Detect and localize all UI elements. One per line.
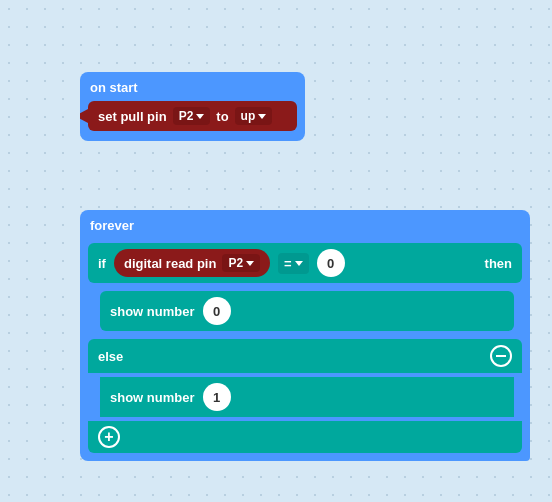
direction-dropdown[interactable]: up — [235, 107, 273, 125]
forever-block: forever if digital read pin P2 = 0 then — [80, 210, 530, 461]
else-label: else — [98, 349, 123, 364]
forever-header: forever — [80, 210, 530, 239]
show-number-2-block: show number 1 — [100, 377, 514, 417]
pin-dropdown-arrow — [196, 114, 204, 119]
then-label: then — [485, 256, 512, 271]
show-number-2-value: 1 — [213, 390, 220, 405]
remove-else-button[interactable] — [490, 345, 512, 367]
show-number-2-value-circle[interactable]: 1 — [203, 383, 231, 411]
pin-dropdown[interactable]: P2 — [173, 107, 211, 125]
digital-read-block[interactable]: digital read pin P2 — [114, 249, 270, 277]
comparison-value[interactable]: 0 — [317, 249, 345, 277]
direction-dropdown-arrow — [258, 114, 266, 119]
to-label: to — [216, 109, 228, 124]
on-start-block: on start set pull pin P2 to up — [80, 72, 305, 141]
show-number-2-label: show number — [110, 390, 195, 405]
equals-label: = — [284, 256, 292, 271]
plus-icon: + — [104, 429, 113, 445]
set-pull-pin-block[interactable]: set pull pin P2 to up — [88, 101, 297, 131]
if-label: if — [98, 256, 106, 271]
pin-value: P2 — [179, 109, 194, 123]
direction-value: up — [241, 109, 256, 123]
equals-arrow — [295, 261, 303, 266]
comparison-value-text: 0 — [327, 256, 334, 271]
add-branch-row: + — [88, 421, 522, 453]
show-number-1-value-circle[interactable]: 0 — [203, 297, 231, 325]
show-number-1-label: show number — [110, 304, 195, 319]
show-number-1-value: 0 — [213, 304, 220, 319]
add-branch-button[interactable]: + — [98, 426, 120, 448]
if-row: if digital read pin P2 = 0 then — [88, 243, 522, 283]
minus-icon — [496, 355, 506, 357]
show-number-1-block: show number 0 — [100, 291, 514, 331]
on-start-header: on start — [80, 72, 305, 101]
equals-dropdown[interactable]: = — [278, 253, 309, 274]
if-pin-value: P2 — [228, 256, 243, 270]
else-row: else — [88, 339, 522, 373]
set-pull-pin-label: set pull pin — [98, 109, 167, 124]
if-pin-dropdown[interactable]: P2 — [222, 254, 260, 272]
digital-read-label: digital read pin — [124, 256, 216, 271]
if-pin-arrow — [246, 261, 254, 266]
